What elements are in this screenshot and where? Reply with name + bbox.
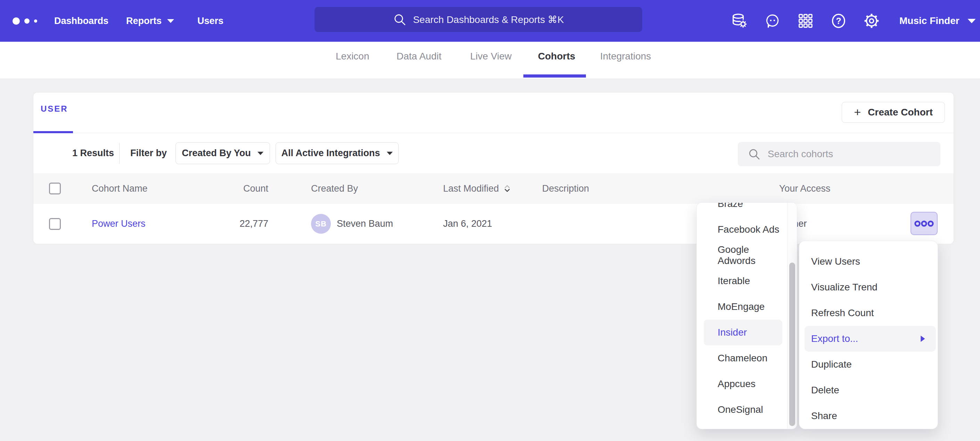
- export-target-moengage[interactable]: MoEngage: [697, 294, 787, 320]
- menu-delete[interactable]: Delete: [799, 377, 938, 403]
- table-header: Cohort Name Count Created By Last Modifi…: [33, 173, 954, 204]
- export-target-iterable[interactable]: Iterable: [697, 268, 787, 294]
- cohorts-panel: USER + Create Cohort 1 Results Filter by…: [33, 92, 954, 243]
- create-cohort-button[interactable]: + Create Cohort: [842, 102, 945, 123]
- create-cohort-label: Create Cohort: [868, 107, 933, 118]
- menu-view-users[interactable]: View Users: [799, 249, 938, 275]
- cohort-name-link[interactable]: Power Users: [92, 219, 146, 229]
- menu-duplicate[interactable]: Duplicate: [799, 352, 938, 377]
- tab-cohorts[interactable]: Cohorts: [538, 51, 575, 62]
- row-actions-button[interactable]: [910, 212, 938, 235]
- project-switcher[interactable]: Music Finder: [899, 0, 976, 42]
- tab-user-cohorts[interactable]: USER: [41, 104, 68, 114]
- tab-lexicon[interactable]: Lexicon: [336, 51, 369, 62]
- filter-created-by[interactable]: Created By You: [175, 142, 270, 164]
- chevron-down-icon: [167, 19, 175, 23]
- chevron-down-icon: [387, 151, 393, 155]
- global-search-input[interactable]: Search Dashboards & Reports ⌘K: [315, 7, 642, 32]
- export-target-chameleon[interactable]: Chameleon: [697, 345, 787, 371]
- col-cohort-name[interactable]: Cohort Name: [92, 173, 148, 204]
- filter-active-integrations-label: All Active Integrations: [281, 148, 380, 158]
- feedback-icon[interactable]: [765, 13, 781, 29]
- nav-reports-label: Reports: [126, 16, 162, 26]
- menu-refresh-count[interactable]: Refresh Count: [799, 300, 938, 326]
- export-target-appcues[interactable]: Appcues: [697, 371, 787, 397]
- cohort-type-tabs: USER + Create Cohort: [33, 93, 954, 133]
- chevron-down-icon: [257, 151, 264, 155]
- filter-toolbar: 1 Results Filter by Created By You All A…: [33, 133, 954, 173]
- col-description[interactable]: Description: [542, 173, 589, 204]
- export-target-insider[interactable]: Insider: [704, 320, 782, 345]
- filter-created-by-label: Created By You: [182, 148, 251, 158]
- search-icon: [748, 147, 761, 161]
- sort-icon[interactable]: [504, 184, 511, 193]
- search-icon: [393, 13, 407, 26]
- top-navbar: Dashboards Reports Users Search Dashboar…: [0, 0, 980, 42]
- divider: [119, 143, 119, 164]
- cohort-count: 22,777: [199, 204, 268, 244]
- svg-text:?: ?: [836, 16, 841, 26]
- section-tabbar: Lexicon Data Audit Live View Cohorts Int…: [0, 42, 980, 79]
- data-management-icon[interactable]: [732, 13, 748, 29]
- app-menu-dots-icon[interactable]: [13, 0, 37, 42]
- export-target-onesignal[interactable]: OneSignal: [697, 397, 787, 423]
- creator-avatar: SB: [311, 214, 331, 234]
- submenu-arrow-icon: [920, 335, 926, 342]
- results-count: 1 Results: [72, 133, 114, 173]
- help-icon[interactable]: ?: [830, 13, 846, 29]
- select-all-checkbox[interactable]: [49, 182, 61, 195]
- search-cohorts-input[interactable]: Search cohorts: [738, 142, 940, 166]
- tab-live-view[interactable]: Live View: [470, 51, 512, 62]
- filter-active-integrations[interactable]: All Active Integrations: [275, 142, 399, 164]
- plus-icon: +: [854, 106, 861, 118]
- cohort-row: Power Users 22,777 SB Steven Baum Jan 6,…: [33, 204, 954, 244]
- nav-users[interactable]: Users: [197, 0, 223, 42]
- apps-grid-icon[interactable]: [797, 13, 813, 29]
- search-cohorts-placeholder: Search cohorts: [768, 149, 833, 160]
- row-context-menu: View Users Visualize Trend Refresh Count…: [799, 241, 938, 429]
- menu-export-to[interactable]: Export to...: [805, 326, 936, 352]
- menu-export-to-label: Export to...: [811, 333, 858, 344]
- filter-by-label: Filter by: [130, 133, 167, 173]
- settings-gear-icon[interactable]: [864, 13, 880, 29]
- export-target-google-adwords[interactable]: Google Adwords: [697, 243, 787, 268]
- nav-reports[interactable]: Reports: [126, 0, 175, 42]
- col-count[interactable]: Count: [199, 173, 268, 204]
- export-destinations-menu: Braze Facebook Ads Google Adwords Iterab…: [697, 203, 797, 429]
- row-checkbox[interactable]: [49, 218, 61, 230]
- project-name: Music Finder: [899, 15, 959, 26]
- export-target-braze[interactable]: Braze: [697, 203, 787, 217]
- export-target-facebook-ads[interactable]: Facebook Ads: [697, 217, 787, 243]
- col-last-modified[interactable]: Last Modified: [443, 173, 511, 204]
- global-search-placeholder: Search Dashboards & Reports ⌘K: [413, 14, 564, 26]
- menu-share[interactable]: Share: [799, 403, 938, 429]
- tab-data-audit[interactable]: Data Audit: [396, 51, 441, 62]
- tab-integrations[interactable]: Integrations: [600, 51, 651, 62]
- three-dots-icon: [914, 220, 934, 227]
- col-created-by[interactable]: Created By: [311, 173, 358, 204]
- menu-visualize-trend[interactable]: Visualize Trend: [799, 275, 938, 300]
- submenu-scrollbar-thumb[interactable]: [789, 263, 795, 426]
- creator-name: Steven Baum: [337, 219, 393, 229]
- last-modified-value: Jan 6, 2021: [443, 204, 492, 244]
- nav-dashboards[interactable]: Dashboards: [54, 0, 108, 42]
- submenu-scrollbar-track[interactable]: [787, 203, 797, 429]
- col-your-access[interactable]: Your Access: [779, 173, 830, 204]
- chevron-down-icon: [967, 18, 976, 24]
- active-tab-underline: [523, 74, 586, 78]
